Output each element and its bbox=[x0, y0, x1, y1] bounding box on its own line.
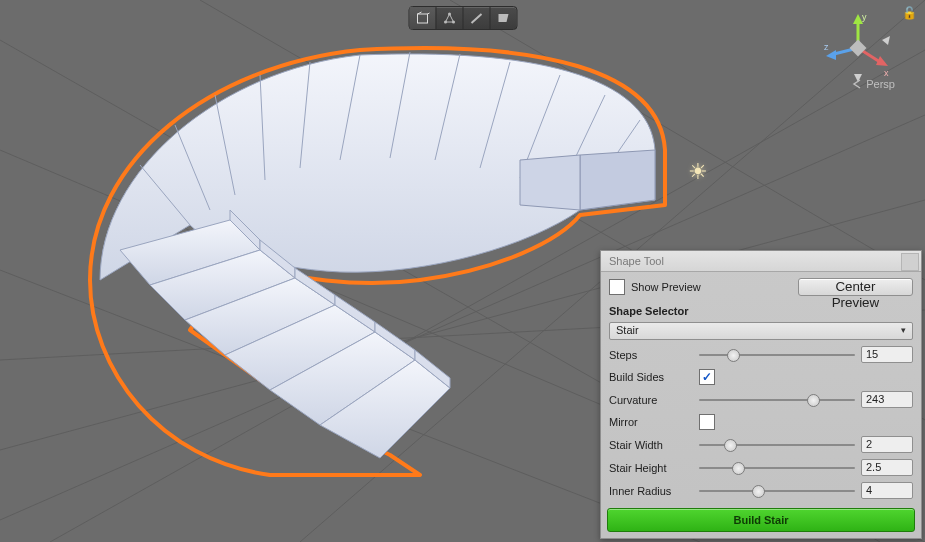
lock-icon[interactable]: 🔓 bbox=[902, 6, 917, 20]
mirror-checkbox[interactable] bbox=[699, 414, 715, 430]
stair-width-value[interactable]: 2 bbox=[861, 436, 913, 453]
stair-height-label: Stair Height bbox=[609, 462, 693, 474]
shape-tool-panel: Shape Tool Show Preview Center Preview S… bbox=[600, 250, 922, 539]
panel-title: Shape Tool bbox=[601, 251, 921, 272]
scene-mode-toolbar bbox=[408, 6, 517, 30]
center-preview-button[interactable]: Center Preview bbox=[798, 278, 913, 296]
svg-line-24 bbox=[427, 12, 429, 14]
steps-value[interactable]: 15 bbox=[861, 346, 913, 363]
vertex-mode-button[interactable] bbox=[436, 7, 463, 29]
svg-text:y: y bbox=[862, 12, 867, 22]
face-mode-button[interactable] bbox=[490, 7, 516, 29]
steps-label: Steps bbox=[609, 349, 693, 361]
show-preview-checkbox[interactable] bbox=[609, 279, 625, 295]
stair-width-slider[interactable] bbox=[699, 438, 855, 452]
show-preview-label: Show Preview bbox=[631, 281, 701, 293]
build-stair-button[interactable]: Build Stair bbox=[607, 508, 915, 532]
edge-mode-button[interactable] bbox=[463, 7, 490, 29]
curvature-slider[interactable] bbox=[699, 393, 855, 407]
svg-marker-37 bbox=[882, 36, 890, 45]
steps-slider[interactable] bbox=[699, 348, 855, 362]
build-sides-checkbox[interactable] bbox=[699, 369, 715, 385]
light-gizmo-icon[interactable]: ☀ bbox=[688, 159, 708, 185]
object-mode-button[interactable] bbox=[409, 7, 436, 29]
persp-icon bbox=[852, 79, 862, 89]
inner-radius-slider[interactable] bbox=[699, 484, 855, 498]
curvature-label: Curvature bbox=[609, 394, 693, 406]
curvature-value[interactable]: 243 bbox=[861, 391, 913, 408]
inner-radius-label: Inner Radius bbox=[609, 485, 693, 497]
stair-height-value[interactable]: 2.5 bbox=[861, 459, 913, 476]
svg-marker-32 bbox=[876, 56, 888, 66]
svg-rect-39 bbox=[850, 40, 867, 57]
shape-dropdown[interactable]: Stair bbox=[609, 322, 913, 340]
projection-label[interactable]: Persp bbox=[852, 78, 895, 90]
panel-options-icon[interactable] bbox=[901, 253, 919, 271]
build-sides-label: Build Sides bbox=[609, 371, 693, 383]
mirror-label: Mirror bbox=[609, 416, 693, 428]
stair-height-slider[interactable] bbox=[699, 461, 855, 475]
svg-rect-22 bbox=[417, 14, 427, 23]
stair-width-label: Stair Width bbox=[609, 439, 693, 451]
svg-text:z: z bbox=[824, 42, 829, 52]
inner-radius-value[interactable]: 4 bbox=[861, 482, 913, 499]
svg-text:x: x bbox=[884, 68, 889, 78]
